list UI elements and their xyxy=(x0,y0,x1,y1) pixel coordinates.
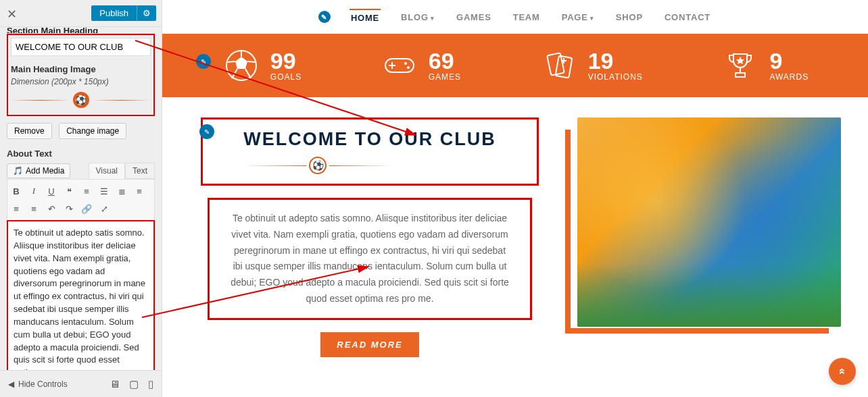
nav-team[interactable]: Team xyxy=(512,9,541,25)
stat-label: GAMES xyxy=(429,72,461,82)
hide-controls-button[interactable]: ◀ Hide Controls xyxy=(8,379,68,389)
heading-icon[interactable]: ≡ xyxy=(79,184,94,198)
mobile-preview-icon[interactable]: ▯ xyxy=(148,378,153,390)
about-section: ✎ WELCOME TO OUR CLUB ⚽ Te obtinuit ut a… xyxy=(162,97,868,377)
svg-point-10 xyxy=(404,62,407,65)
nav-games[interactable]: Games xyxy=(455,9,493,25)
add-media-button[interactable]: 🎵 Add Media xyxy=(7,163,70,178)
read-more-wrap: READ MORE xyxy=(320,332,418,357)
main-heading-image-note: Dimension (200px * 150px) xyxy=(11,77,151,86)
stat-label: VIOLATIONS xyxy=(588,72,643,82)
stat-awards: 9 AWARDS xyxy=(721,46,809,85)
edit-shortcut-about[interactable]: ✎ xyxy=(199,124,214,139)
nav-page[interactable]: Page xyxy=(560,9,596,25)
collapse-icon: ◀ xyxy=(8,379,14,389)
underline-icon[interactable]: U xyxy=(44,184,59,198)
tab-visual[interactable]: Visual xyxy=(89,163,125,179)
stat-games: 69 GAMES xyxy=(380,46,461,85)
svg-line-3 xyxy=(247,61,256,62)
nav-blog[interactable]: Blog xyxy=(400,9,436,25)
customizer-sidebar: ✕ Publish ⚙ Section Main Heading Main He… xyxy=(0,0,162,397)
scroll-to-top-button[interactable]: « xyxy=(829,358,856,385)
preview-pane: ✎ Home Blog Games Team Page Shop Contact… xyxy=(162,0,868,397)
desktop-preview-icon[interactable]: 🖥 xyxy=(110,378,120,390)
align-right-icon[interactable]: ≡ xyxy=(26,201,41,216)
sidebar-topbar: ✕ Publish ⚙ xyxy=(0,0,162,27)
about-text-editor[interactable]: Te obtinuit ut adepto satis somno. Aliis… xyxy=(7,220,155,370)
referee-cards-icon xyxy=(539,46,579,85)
link-icon[interactable]: 🔗 xyxy=(79,201,94,216)
number-list-icon[interactable]: ≣ xyxy=(114,184,129,198)
stat-value: 19 xyxy=(588,49,643,72)
section-heading: Section Main Heading xyxy=(7,27,155,34)
sidebar-body: Section Main Heading Main Heading Image … xyxy=(0,27,162,370)
about-text-label: About Text xyxy=(7,149,155,159)
nav-contact[interactable]: Contact xyxy=(663,9,712,25)
stat-value: 69 xyxy=(429,49,461,72)
read-more-button[interactable]: READ MORE xyxy=(320,332,418,357)
svg-marker-1 xyxy=(235,57,247,69)
undo-icon[interactable]: ↶ xyxy=(44,201,59,216)
stat-violations: 19 VIOLATIONS xyxy=(539,46,643,85)
bullet-list-icon[interactable]: ☰ xyxy=(97,184,112,198)
quote-icon[interactable]: ❝ xyxy=(62,184,76,198)
stats-band: ✎ 99 GOALS 69 GAMES xyxy=(162,34,868,97)
hero-title: WELCOME TO OUR CLUB xyxy=(243,129,496,150)
svg-rect-17 xyxy=(736,73,745,77)
svg-point-11 xyxy=(407,66,410,69)
change-image-button[interactable]: Change image xyxy=(59,123,126,139)
bold-icon[interactable]: B xyxy=(9,184,24,198)
publish-settings-button[interactable]: ⚙ xyxy=(137,5,156,21)
edit-shortcut-nav[interactable]: ✎ xyxy=(318,11,331,23)
nav-home[interactable]: Home xyxy=(349,9,381,26)
gear-icon: ⚙ xyxy=(143,8,151,18)
team-photo-image xyxy=(577,117,841,327)
svg-line-6 xyxy=(227,61,235,62)
main-heading-image-label: Main Heading Image xyxy=(11,64,151,74)
svg-line-4 xyxy=(245,69,251,78)
soccer-ball-icon: ⚽ xyxy=(312,160,324,171)
tablet-preview-icon[interactable]: ▢ xyxy=(129,378,139,390)
nav-shop[interactable]: Shop xyxy=(614,9,644,25)
annotation-heading-group: Main Heading Image Dimension (200px * 15… xyxy=(7,34,155,116)
heading-image-thumbnail[interactable]: ⚽ xyxy=(11,92,151,108)
gamepad-icon xyxy=(380,46,419,85)
stat-goals: 99 GOALS xyxy=(222,46,302,85)
site-nav: ✎ Home Blog Games Team Page Shop Contact xyxy=(162,0,868,34)
editor-toolbar: B I U ❝ ≡ ☰ ≣ ≡ ≡ ≡ ↶ ↷ 🔗 ⤢ xyxy=(7,179,155,220)
redo-icon[interactable]: ↷ xyxy=(62,201,76,216)
add-media-label: Add Media xyxy=(26,166,64,176)
svg-line-5 xyxy=(232,69,237,78)
svg-marker-18 xyxy=(736,57,744,64)
sidebar-footer: ◀ Hide Controls 🖥 ▢ ▯ xyxy=(0,370,162,397)
annotation-about-preview: Te obtinuit ut adepto satis somno. Aliis… xyxy=(208,198,532,320)
hide-controls-label: Hide Controls xyxy=(18,379,68,389)
editor-mode-tabs: Visual Text xyxy=(89,163,155,179)
close-icon[interactable]: ✕ xyxy=(7,7,17,22)
media-icon: 🎵 xyxy=(13,166,23,176)
about-left-column: WELCOME TO OUR CLUB ⚽ Te obtinuit ut ade… xyxy=(189,117,550,357)
chevron-up-icon: « xyxy=(836,368,849,374)
stat-label: GOALS xyxy=(270,72,302,82)
publish-button[interactable]: Publish xyxy=(91,5,137,21)
about-photo xyxy=(577,117,841,327)
italic-icon[interactable]: I xyxy=(26,184,41,198)
soccer-ball-icon xyxy=(222,46,261,85)
fullscreen-icon[interactable]: ⤢ xyxy=(97,201,112,216)
tab-text[interactable]: Text xyxy=(125,163,155,179)
about-paragraph: Te obtinuit ut adepto satis somno. Aliis… xyxy=(231,213,509,304)
stat-label: AWARDS xyxy=(769,72,809,82)
remove-image-button[interactable]: Remove xyxy=(7,123,52,139)
stat-value: 99 xyxy=(270,49,302,72)
align-left-icon[interactable]: ≡ xyxy=(132,184,147,198)
trophy-icon xyxy=(721,46,760,85)
section-main-heading-input[interactable] xyxy=(11,38,151,56)
align-center-icon[interactable]: ≡ xyxy=(9,201,24,216)
title-underline: ⚽ xyxy=(243,157,392,174)
soccer-ball-icon: ⚽ xyxy=(73,92,89,108)
edit-shortcut-stats[interactable]: ✎ xyxy=(196,54,211,69)
stat-value: 9 xyxy=(769,49,809,72)
annotation-title-preview: WELCOME TO OUR CLUB ⚽ xyxy=(201,117,538,186)
